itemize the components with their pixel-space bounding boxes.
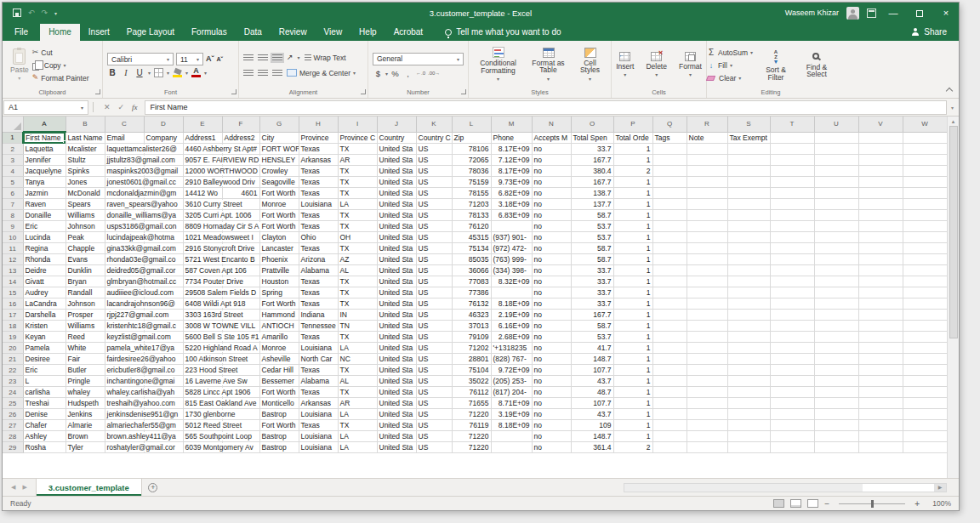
cell-H1[interactable]: Province: [299, 132, 338, 144]
collapse-ribbon-icon[interactable]: [946, 88, 953, 94]
cell-R2[interactable]: [687, 144, 727, 155]
cell-B17[interactable]: Prosper: [66, 310, 105, 321]
avatar[interactable]: [846, 7, 859, 20]
cell-P13[interactable]: 1: [613, 265, 652, 276]
cell-T18[interactable]: [770, 321, 814, 332]
cell-K2[interactable]: US: [416, 144, 452, 155]
cell-M6[interactable]: 6.82E+09: [491, 188, 532, 199]
cell-S26[interactable]: [727, 409, 770, 420]
add-sheet-button[interactable]: +: [142, 479, 164, 496]
cell-R7[interactable]: [687, 199, 727, 210]
cell-E10[interactable]: 1021 Meadowsweet I: [183, 232, 222, 243]
cell-V23[interactable]: [858, 376, 903, 387]
cell-L24[interactable]: 76112: [452, 387, 491, 398]
cell-N9[interactable]: no: [532, 221, 571, 232]
cell-V17[interactable]: [858, 310, 903, 321]
cell-C1[interactable]: Email: [105, 132, 144, 144]
cell-P4[interactable]: 2: [613, 166, 652, 177]
cell-P18[interactable]: 1: [613, 321, 652, 332]
cell-T19[interactable]: [770, 332, 814, 343]
cell-S12[interactable]: [727, 254, 770, 265]
cell-J18[interactable]: United Sta: [377, 321, 416, 332]
cell-V9[interactable]: [858, 221, 903, 232]
cell-A25[interactable]: Treshai: [23, 398, 66, 409]
cell-N29[interactable]: no: [532, 442, 571, 453]
minimize-button[interactable]: —: [884, 3, 903, 23]
cell-K17[interactable]: US: [416, 310, 452, 321]
cell-F1[interactable]: Address2: [222, 132, 259, 144]
cell-B25[interactable]: Hudspeth: [66, 398, 105, 409]
cell-B4[interactable]: Spinks: [66, 166, 105, 177]
cell-K9[interactable]: US: [416, 221, 452, 232]
cell-S20[interactable]: [727, 343, 770, 354]
cell-T4[interactable]: [770, 166, 814, 177]
column-header-U[interactable]: U: [814, 117, 858, 132]
cell-E8[interactable]: 3205 Curri Apt. 1006: [183, 210, 222, 221]
cell-Q8[interactable]: [652, 210, 687, 221]
cell-H5[interactable]: Texas: [299, 177, 338, 188]
cell-N25[interactable]: no: [532, 398, 571, 409]
cell-Q14[interactable]: [652, 276, 687, 287]
cell-C17[interactable]: rjpj227@gmail.com: [105, 310, 144, 321]
cell-I5[interactable]: TX: [338, 177, 377, 188]
cell-G16[interactable]: Fort Worth: [259, 298, 299, 310]
cell-G11[interactable]: Lancaster: [259, 243, 299, 254]
column-header-F[interactable]: F: [222, 117, 259, 132]
row-header-4[interactable]: 4: [3, 166, 23, 177]
cell-W15[interactable]: [903, 287, 947, 298]
currency-caret-icon[interactable]: ▾: [385, 71, 388, 77]
cell-M24[interactable]: (817) 204-: [491, 387, 532, 398]
cell-H14[interactable]: Texas: [299, 276, 338, 287]
cell-T9[interactable]: [770, 221, 814, 232]
autosum-button[interactable]: ΣAutoSum▾: [707, 47, 753, 59]
cell-L28[interactable]: 71220: [452, 431, 491, 442]
cell-N11[interactable]: no: [532, 243, 571, 254]
cell-S11[interactable]: [727, 243, 770, 254]
cell-E3[interactable]: 9057 E. FAIRVIEW RD: [183, 155, 222, 166]
cell-C19[interactable]: keyzlist@gmail.com: [105, 332, 144, 343]
cell-T8[interactable]: [770, 210, 814, 221]
cell-E14[interactable]: 7734 Pouter Drive: [183, 276, 222, 287]
cell-U7[interactable]: [814, 199, 858, 210]
cell-S19[interactable]: [727, 332, 770, 343]
cell-N3[interactable]: no: [532, 155, 571, 166]
cell-K3[interactable]: US: [416, 155, 452, 166]
cell-G3[interactable]: HENSLEY: [259, 155, 299, 166]
zoom-slider-thumb[interactable]: [871, 500, 874, 508]
cell-J2[interactable]: United Sta: [377, 144, 416, 155]
cell-R20[interactable]: [687, 343, 727, 354]
cell-E16[interactable]: 6408 Wildi Apt 918: [183, 298, 222, 310]
cell-A21[interactable]: Desiree: [23, 354, 66, 365]
cell-O17[interactable]: 167.7: [571, 310, 613, 321]
cell-G6[interactable]: Fort Worth: [259, 188, 299, 199]
cell-J27[interactable]: United Sta: [377, 420, 416, 431]
cell-O15[interactable]: 33.7: [571, 287, 613, 298]
cell-L10[interactable]: 45315: [452, 232, 491, 243]
cell-P2[interactable]: 1: [613, 144, 652, 155]
cell-O27[interactable]: 109: [571, 420, 613, 431]
row-header-1[interactable]: 1: [3, 132, 23, 144]
decrease-decimal-button[interactable]: .00→: [428, 71, 439, 76]
cell-N28[interactable]: no: [532, 431, 571, 442]
cell-V13[interactable]: [858, 265, 903, 276]
cell-A8[interactable]: Donaille: [23, 210, 66, 221]
cell-M2[interactable]: 8.17E+09: [491, 144, 532, 155]
cell-R19[interactable]: [687, 332, 727, 343]
cell-U4[interactable]: [814, 166, 858, 177]
column-header-V[interactable]: V: [858, 117, 903, 132]
cell-N19[interactable]: no: [532, 332, 571, 343]
cell-V12[interactable]: [858, 254, 903, 265]
cell-N20[interactable]: no: [532, 343, 571, 354]
cell-U24[interactable]: [814, 387, 858, 398]
cell-W5[interactable]: [903, 177, 947, 188]
scroll-right-icon[interactable]: ▶: [934, 484, 946, 492]
cell-A6[interactable]: Jazmin: [23, 188, 66, 199]
cell-L11[interactable]: 75134: [452, 243, 491, 254]
cell-W6[interactable]: [903, 188, 947, 199]
cell-K11[interactable]: US: [416, 243, 452, 254]
cell-U18[interactable]: [814, 321, 858, 332]
column-header-O[interactable]: O: [571, 117, 613, 132]
cell-C6[interactable]: mcdonaldjazmin@gm: [105, 188, 144, 199]
cell-J29[interactable]: United Sta: [377, 442, 416, 453]
cell-Q3[interactable]: [652, 155, 687, 166]
